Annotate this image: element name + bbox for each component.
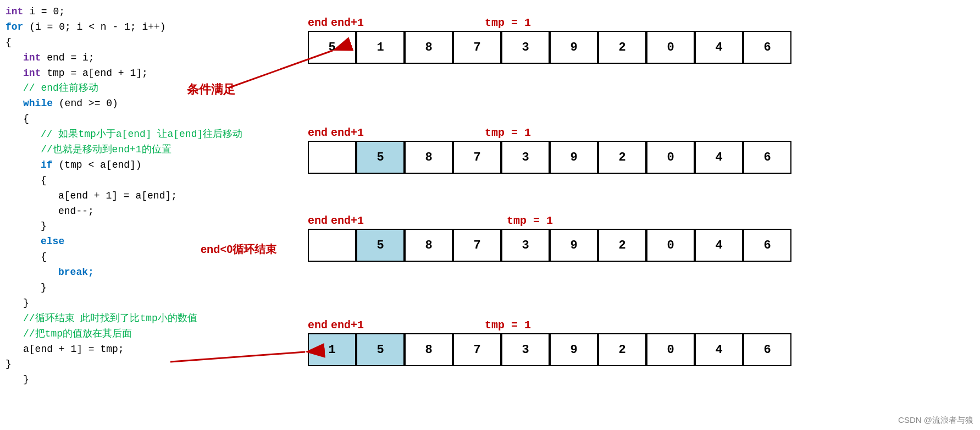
code-line-4: int tmp = a[end + 1]; [5, 66, 286, 81]
cell-2-2: 8 [405, 141, 453, 174]
label-endp1-1: end+1 [331, 16, 364, 29]
label-end-2: end [308, 126, 328, 139]
cell-3-0 [308, 229, 356, 262]
code-line-8: // 如果tmp小于a[end] 让a[end]往后移动 [5, 127, 286, 142]
cell-2-0 [308, 141, 356, 174]
code-line-9: //也就是移动到end+1的位置 [5, 142, 286, 158]
cell-2-7: 0 [646, 141, 695, 174]
cell-3-4: 3 [501, 229, 550, 262]
cell-4-6: 2 [598, 333, 646, 366]
cell-4-9: 6 [743, 333, 791, 366]
cell-1-7: 0 [646, 31, 695, 64]
cell-3-5: 9 [550, 229, 598, 262]
array-row-4: 1 5 8 7 3 9 2 0 4 6 [308, 333, 791, 366]
label-endp1-2: end+1 [331, 126, 364, 139]
array-section-1: end end+1 tmp = 1 5 1 8 7 3 9 2 0 4 6 [308, 16, 791, 64]
label-tmp-1: tmp = 1 [485, 16, 531, 29]
label-end-3: end [308, 214, 328, 227]
label-end-4: end [308, 319, 328, 332]
label-tmp-3: tmp = 1 [507, 214, 553, 227]
cell-3-3: 7 [453, 229, 501, 262]
label-end-1: end [308, 16, 328, 29]
cell-1-0: 5 [308, 31, 356, 64]
array-section-3: end end+1 tmp = 1 5 8 7 3 9 2 0 4 6 [308, 214, 791, 262]
code-area: int i = 0; for (i = 0; i < n - 1; i++) {… [0, 0, 291, 430]
cell-2-6: 2 [598, 141, 646, 174]
cell-1-8: 4 [695, 31, 743, 64]
code-line-10: if (tmp < a[end]) [5, 158, 286, 173]
code-line-19: } [5, 296, 286, 311]
code-line-5: // end往前移动 [5, 81, 286, 96]
cell-4-7: 0 [646, 333, 695, 366]
cell-1-6: 2 [598, 31, 646, 64]
cell-1-9: 6 [743, 31, 791, 64]
cell-2-4: 3 [501, 141, 550, 174]
code-line-2: { [5, 35, 286, 51]
cell-2-8: 4 [695, 141, 743, 174]
code-line-21: //把tmp的值放在其后面 [5, 327, 286, 342]
cell-2-1: 5 [356, 141, 405, 174]
cell-4-5: 9 [550, 333, 598, 366]
code-line-3: int end = i; [5, 51, 286, 66]
label-tmp-2: tmp = 1 [485, 126, 531, 139]
code-line-14: } [5, 219, 286, 234]
cell-2-5: 9 [550, 141, 598, 174]
cell-3-8: 4 [695, 229, 743, 262]
code-line-0: int i = 0; [5, 4, 286, 20]
code-line-7: { [5, 112, 286, 127]
cell-1-2: 8 [405, 31, 453, 64]
cell-1-4: 3 [501, 31, 550, 64]
cell-4-2: 8 [405, 333, 453, 366]
cell-4-0: 1 [308, 333, 356, 366]
cell-2-3: 7 [453, 141, 501, 174]
chinese-label-end-loop: end<0循环结束 [201, 242, 276, 257]
array-section-4: end end+1 tmp = 1 1 5 8 7 3 9 2 0 4 6 [308, 319, 791, 366]
code-line-23: } [5, 357, 286, 372]
cell-1-5: 9 [550, 31, 598, 64]
code-line-11: { [5, 173, 286, 189]
array-row-3: 5 8 7 3 9 2 0 4 6 [308, 229, 791, 262]
code-line-18: } [5, 280, 286, 296]
cell-4-4: 3 [501, 333, 550, 366]
code-line-6: while (end >= 0) [5, 96, 286, 112]
cell-3-2: 8 [405, 229, 453, 262]
cell-3-6: 2 [598, 229, 646, 262]
array-section-2: end end+1 tmp = 1 5 8 7 3 9 2 0 4 6 [308, 126, 791, 174]
code-line-17: break; [5, 265, 286, 280]
array-row-1: 5 1 8 7 3 9 2 0 4 6 [308, 31, 791, 64]
cell-1-3: 7 [453, 31, 501, 64]
cell-4-8: 4 [695, 333, 743, 366]
cell-4-1: 5 [356, 333, 405, 366]
cell-1-1: 1 [356, 31, 405, 64]
cell-3-9: 6 [743, 229, 791, 262]
array-row-2: 5 8 7 3 9 2 0 4 6 [308, 141, 791, 174]
cell-3-7: 0 [646, 229, 695, 262]
label-endp1-3: end+1 [331, 214, 364, 227]
cell-3-1: 5 [356, 229, 405, 262]
right-panel: end end+1 tmp = 1 5 1 8 7 3 9 2 0 4 6 en… [308, 0, 980, 430]
label-endp1-4: end+1 [331, 319, 364, 332]
watermark: CSDN @流浪者与狼 [898, 415, 973, 426]
code-line-22: a[end + 1] = tmp; [5, 342, 286, 357]
code-line-1: for (i = 0; i < n - 1; i++) [5, 20, 286, 35]
code-line-12: a[end + 1] = a[end]; [5, 189, 286, 204]
cell-2-9: 6 [743, 141, 791, 174]
label-tmp-4: tmp = 1 [485, 319, 531, 332]
code-line-24: } [5, 372, 286, 388]
code-line-20: //循环结束 此时找到了比tmp小的数值 [5, 311, 286, 327]
code-line-13: end--; [5, 204, 286, 219]
cell-4-3: 7 [453, 333, 501, 366]
